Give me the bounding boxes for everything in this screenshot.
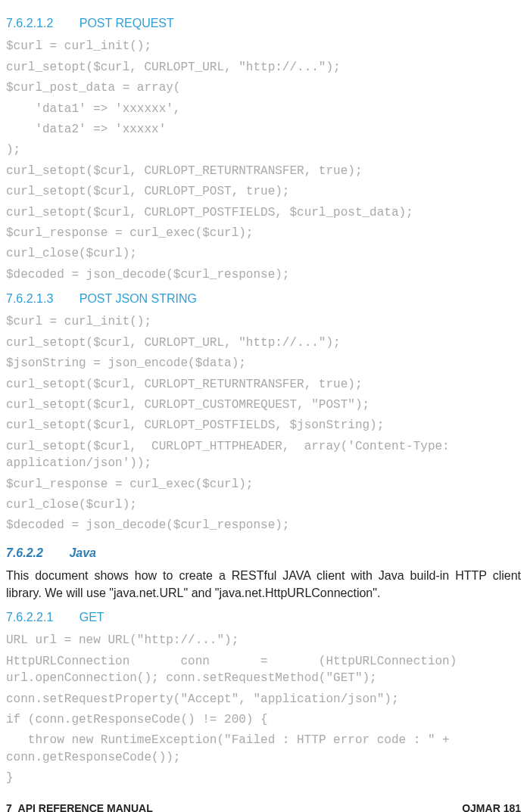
code-line: curl_setopt($curl, CURLOPT_POST, true); xyxy=(6,183,521,200)
code-line: 'data1' => 'xxxxxx', xyxy=(6,101,521,117)
section-number: 7.6.2.2 xyxy=(6,546,43,559)
section-number: 7.6.2.2.1 xyxy=(6,611,53,624)
code-line: $curl_response = curl_exec($curl); xyxy=(6,225,521,241)
code-line: curl_setopt($curl, CURLOPT_HTTPHEADER, a… xyxy=(6,438,521,472)
code-line: $curl = curl_init(); xyxy=(6,313,521,330)
code-line: curl_setopt($curl, CURLOPT_RETURNTRANSFE… xyxy=(6,376,521,393)
code-line: $decoded = json_decode($curl_response); xyxy=(6,266,521,283)
section-heading-json: 7.6.2.1.3 POST JSON STRING xyxy=(6,291,521,307)
code-line: curl_setopt($curl, CURLOPT_POSTFIELDS, $… xyxy=(6,204,521,221)
code-line: curl_close($curl); xyxy=(6,496,521,513)
code-line: $jsonString = json_encode($data); xyxy=(6,355,521,372)
code-line: curl_setopt($curl, CURLOPT_CUSTOMREQUEST… xyxy=(6,397,521,413)
code-line: $curl = curl_init(); xyxy=(6,38,521,54)
section-title: GET xyxy=(80,611,104,624)
code-line: if (conn.getResponseCode() != 200) { xyxy=(6,711,521,728)
code-line: curl_setopt($curl, CURLOPT_URL, "http://… xyxy=(6,59,521,76)
code-line: ); xyxy=(6,142,521,158)
code-line: } xyxy=(6,770,521,786)
section-number: 7.6.2.1.2 xyxy=(6,17,53,30)
section-heading-java: 7.6.2.2 Java xyxy=(6,545,521,562)
footer-right: OJMAR 181 xyxy=(462,801,521,812)
section-title: POST JSON STRING xyxy=(80,292,197,305)
body-paragraph: This document shows how to create a REST… xyxy=(6,568,521,602)
code-line: HttpURLConnection conn = (HttpURLConnect… xyxy=(6,653,521,687)
page-footer: 7_API REFERENCE MANUAL OJMAR 181 xyxy=(6,801,521,812)
section-number: 7.6.2.1.3 xyxy=(6,292,53,305)
code-line: $decoded = json_decode($curl_response); xyxy=(6,517,521,534)
code-line: curl_setopt($curl, CURLOPT_POSTFIELDS, $… xyxy=(6,417,521,434)
code-line: curl_setopt($curl, CURLOPT_URL, "http://… xyxy=(6,334,521,351)
code-line: throw new RuntimeException("Failed : HTT… xyxy=(6,732,521,766)
section-heading-get: 7.6.2.2.1 GET xyxy=(6,609,521,626)
section-title: Java xyxy=(69,546,96,559)
section-title: POST REQUEST xyxy=(80,17,174,30)
code-line: 'data2' => 'xxxxx' xyxy=(6,121,521,138)
code-line: $curl_response = curl_exec($curl); xyxy=(6,476,521,493)
code-line: curl_setopt($curl, CURLOPT_RETURNTRANSFE… xyxy=(6,163,521,179)
code-line: conn.setRequestProperty("Accept", "appli… xyxy=(6,691,521,708)
section-heading-post: 7.6.2.1.2 POST REQUEST xyxy=(6,15,521,32)
code-line: curl_close($curl); xyxy=(6,245,521,262)
footer-left: 7_API REFERENCE MANUAL xyxy=(6,801,153,812)
code-line: URL url = new URL("http://..."); xyxy=(6,632,521,649)
code-line: $curl_post_data = array( xyxy=(6,79,521,96)
